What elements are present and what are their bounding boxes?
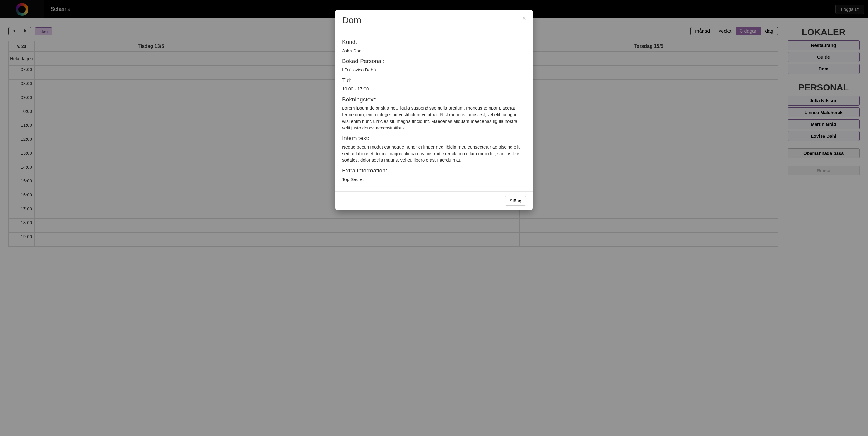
label-extra: Extra information: xyxy=(342,167,526,175)
modal-title: Dom xyxy=(342,15,522,25)
value-staff: LD (Lovisa Dahl) xyxy=(342,66,526,73)
close-icon[interactable]: × xyxy=(522,15,526,22)
label-booking-text: Bokningstext: xyxy=(342,95,526,104)
value-booking-text: Lorem ipsum dolor sit amet, ligula suspe… xyxy=(342,105,526,131)
label-customer: Kund: xyxy=(342,38,526,46)
label-internal-text: Intern text: xyxy=(342,134,526,143)
booking-modal: Dom × Kund: John Doe Bokad Personal: LD … xyxy=(335,10,533,210)
value-internal-text: Neque pecun modut est neque nonor et imp… xyxy=(342,144,526,164)
value-extra: Top Secret xyxy=(342,176,526,183)
label-time: Tid: xyxy=(342,76,526,85)
value-customer: John Doe xyxy=(342,48,526,54)
close-button[interactable]: Stäng xyxy=(505,196,526,206)
value-time: 10:00 - 17:00 xyxy=(342,86,526,92)
modal-header: Dom × xyxy=(335,10,533,30)
modal-footer: Stäng xyxy=(335,191,533,210)
modal-body: Kund: John Doe Bokad Personal: LD (Lovis… xyxy=(335,30,533,191)
label-staff: Bokad Personal: xyxy=(342,57,526,65)
